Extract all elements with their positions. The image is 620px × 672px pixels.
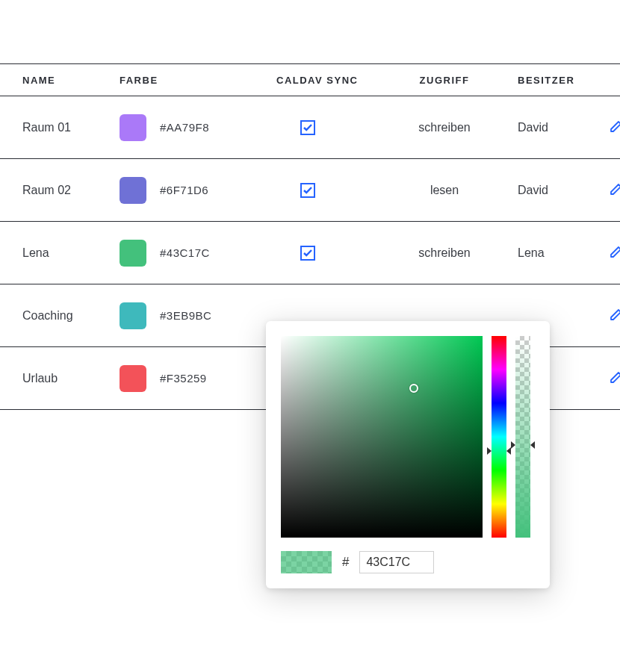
cell-name: Lena <box>22 246 120 260</box>
table-header-row: NAME FARBE CALDAV SYNC ZUGRIFF BESITZER <box>0 63 620 96</box>
col-owner: BESITZER <box>497 75 594 86</box>
cell-color: #F35259 <box>120 365 276 392</box>
col-color: FARBE <box>120 75 276 86</box>
picker-footer: # <box>281 551 535 573</box>
col-sync: CALDAV SYNC <box>276 75 392 86</box>
color-swatch[interactable] <box>120 114 146 141</box>
hue-cursor <box>488 448 510 454</box>
check-icon <box>303 249 312 257</box>
triangle-left-icon <box>487 447 492 455</box>
cell-edit <box>594 307 620 325</box>
check-icon <box>303 187 312 194</box>
color-hex: #43C17C <box>160 246 210 259</box>
sync-checkbox[interactable] <box>300 246 315 261</box>
pencil-icon <box>609 244 620 259</box>
cell-sync <box>276 246 392 261</box>
cell-color: #3EB9BC <box>120 302 276 329</box>
cell-access: schreiben <box>392 246 497 260</box>
cell-color: #AA79F8 <box>120 114 276 141</box>
color-hex: #AA79F8 <box>160 121 209 134</box>
sv-cursor-icon <box>409 384 418 393</box>
cell-edit <box>594 119 620 137</box>
cell-edit <box>594 370 620 388</box>
color-swatch[interactable] <box>120 177 146 204</box>
color-preview-swatch <box>281 551 332 573</box>
edit-button[interactable] <box>609 374 620 387</box>
cell-color: #6F71D6 <box>120 177 276 204</box>
edit-button[interactable] <box>609 123 620 136</box>
cell-access: schreiben <box>392 121 497 134</box>
pencil-icon <box>609 119 620 134</box>
sync-checkbox[interactable] <box>300 120 315 135</box>
cell-name: Urlaub <box>22 372 120 385</box>
check-icon <box>303 124 312 131</box>
cell-sync <box>276 120 392 135</box>
cell-access: lesen <box>392 184 497 197</box>
cell-color: #43C17C <box>120 240 276 267</box>
cell-edit <box>594 244 620 262</box>
edit-button[interactable] <box>609 186 620 199</box>
table-row: Lena #43C17C schreiben Lena <box>0 222 620 284</box>
edit-button[interactable] <box>609 249 620 261</box>
table-row: Raum 01 #AA79F8 schreiben David <box>0 96 620 159</box>
color-hex: #3EB9BC <box>160 309 211 322</box>
color-hex: #F35259 <box>160 372 207 385</box>
hex-input[interactable] <box>359 551 434 573</box>
cell-owner: David <box>497 184 594 197</box>
col-access: ZUGRIFF <box>392 75 497 86</box>
hue-slider[interactable] <box>492 336 506 538</box>
color-hex: #6F71D6 <box>160 184 208 196</box>
alpha-slider[interactable] <box>515 336 530 538</box>
color-swatch[interactable] <box>120 240 146 267</box>
cell-sync <box>276 183 392 198</box>
alpha-cursor <box>512 442 534 448</box>
picker-body <box>281 336 535 538</box>
color-swatch[interactable] <box>120 365 146 392</box>
triangle-left-icon <box>511 441 515 449</box>
triangle-right-icon <box>530 441 535 449</box>
hash-symbol: # <box>342 555 349 570</box>
pencil-icon <box>609 370 620 385</box>
cell-name: Raum 01 <box>22 121 120 134</box>
pencil-icon <box>609 307 620 322</box>
table-row: Raum 02 #6F71D6 lesen David <box>0 159 620 222</box>
cell-edit <box>594 181 620 199</box>
cell-name: Raum 02 <box>22 184 120 197</box>
cell-owner: David <box>497 121 594 134</box>
cell-owner: Lena <box>497 246 594 260</box>
color-swatch[interactable] <box>120 302 146 329</box>
saturation-value-panel[interactable] <box>281 336 483 538</box>
col-name: NAME <box>22 75 120 86</box>
cell-name: Coaching <box>22 309 120 323</box>
color-picker-popup: # <box>266 321 550 588</box>
edit-button[interactable] <box>609 311 620 324</box>
sync-checkbox[interactable] <box>300 183 315 198</box>
pencil-icon <box>609 181 620 196</box>
